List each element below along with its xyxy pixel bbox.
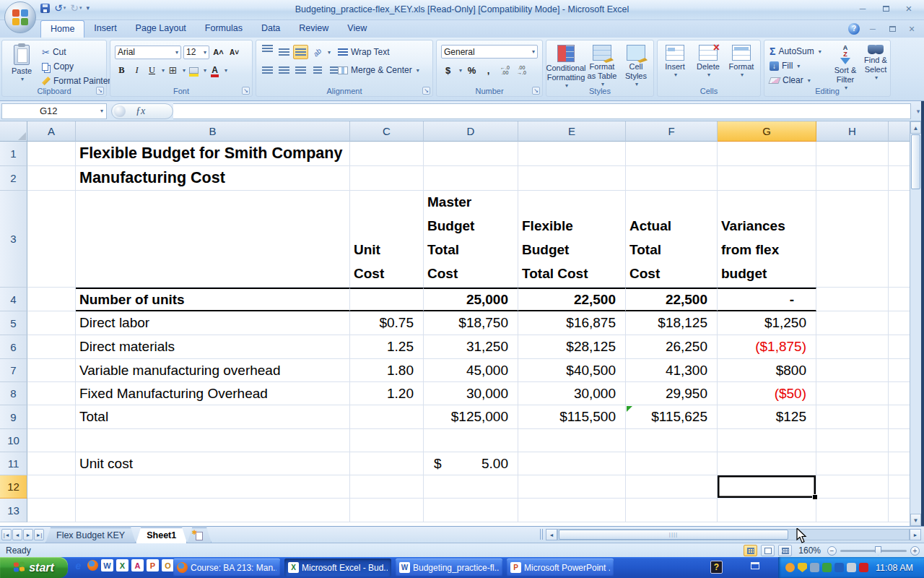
cell-A10[interactable] [27, 429, 76, 452]
sheet-tab-sheet1[interactable]: Sheet1 [136, 527, 187, 543]
cell-E5[interactable]: $16,875 [518, 311, 626, 335]
row-header-1[interactable]: 1 [0, 142, 27, 166]
row-header-3[interactable]: 3 [0, 191, 27, 288]
cell-E8[interactable]: 30,000 [518, 382, 626, 405]
insert-worksheet-button[interactable]: ✱ [187, 527, 212, 543]
orientation-button[interactable]: ab [310, 45, 325, 59]
tab-formulas[interactable]: Formulas [196, 20, 252, 38]
select-all-corner[interactable] [0, 121, 27, 142]
underline-button[interactable]: U [145, 63, 159, 77]
horizontal-scroll-thumb[interactable] [559, 530, 788, 540]
antivirus-icon[interactable] [822, 563, 832, 572]
cell-D10[interactable] [424, 429, 518, 452]
volume-icon[interactable] [847, 563, 856, 572]
cell-E3[interactable]: Flexible Budget Total Cost [518, 191, 626, 288]
active-cell-G12[interactable] [718, 475, 816, 499]
excel-icon[interactable]: X [116, 559, 128, 571]
cell-H1[interactable] [816, 142, 889, 166]
comma-format-button[interactable]: , [481, 63, 495, 77]
cell-C13[interactable] [350, 499, 424, 522]
cell-F10[interactable] [626, 429, 718, 452]
cell-E2[interactable] [518, 166, 626, 191]
row-header-4[interactable]: 4 [0, 288, 27, 311]
cell-B6[interactable]: Direct materials [76, 335, 350, 359]
taskbar-clock[interactable]: 11:08 AM [876, 563, 913, 573]
cell-E6[interactable]: $28,125 [518, 335, 626, 359]
increase-font-button[interactable] [212, 45, 225, 59]
clipboard-dialog-launcher[interactable]: ↘ [96, 87, 104, 95]
column-header-C[interactable]: C [350, 121, 424, 142]
cell-B12[interactable] [76, 475, 350, 499]
cell-B8[interactable]: Fixed Manufacturing Overhead [76, 382, 350, 405]
borders-button[interactable] [166, 63, 180, 77]
normal-view-button[interactable] [744, 545, 757, 556]
tab-insert[interactable]: Insert [84, 20, 126, 38]
alignment-dialog-launcher[interactable]: ↘ [422, 87, 430, 95]
cell-G6[interactable]: ($1,875) [718, 335, 816, 359]
cell-B10[interactable] [76, 429, 350, 452]
cell-D7[interactable]: 45,000 [424, 359, 518, 382]
cell-C5[interactable]: $0.75 [350, 311, 424, 335]
align-left-button[interactable] [260, 63, 275, 77]
cell-E11[interactable] [518, 452, 626, 475]
tab-split-handle[interactable] [540, 529, 544, 540]
cell-H11[interactable] [816, 452, 889, 475]
cell-A12[interactable] [27, 475, 76, 499]
cell-B5[interactable]: Direct labor [76, 311, 350, 335]
cell-H3[interactable] [816, 191, 889, 288]
italic-button[interactable]: I [130, 63, 144, 77]
zoom-out-button[interactable]: − [827, 546, 837, 556]
fill-button[interactable]: ↓Fill▾ [767, 59, 824, 73]
cell-E1[interactable] [518, 142, 626, 166]
cell-H9[interactable] [816, 405, 889, 429]
wrap-text-button[interactable]: Wrap Text [336, 45, 392, 59]
cell-E9[interactable]: $115,500 [518, 405, 626, 429]
cell-B13[interactable] [76, 499, 350, 522]
row-header-7[interactable]: 7 [0, 359, 27, 382]
cell-G9[interactable]: $125 [718, 405, 816, 429]
cell-A6[interactable] [27, 335, 76, 359]
cell-F6[interactable]: 26,250 [626, 335, 718, 359]
cell-B1[interactable]: Flexible Budget for Smith Company [76, 142, 350, 166]
taskbar-button-powerpoint[interactable]: PMicrosoft PowerPoint ... [507, 558, 614, 577]
cell-G3[interactable]: Variances from flex budget [718, 191, 816, 288]
cell-C11[interactable] [350, 452, 424, 475]
cell-F7[interactable]: 41,300 [626, 359, 718, 382]
tab-review[interactable]: Review [289, 20, 338, 38]
cell-F5[interactable]: $18,125 [626, 311, 718, 335]
cell-D3[interactable]: Master Budget Total Cost [424, 191, 518, 288]
currency-format-button[interactable]: $ [441, 63, 455, 77]
row-header-9[interactable]: 9 [0, 405, 27, 429]
cell-A3[interactable] [27, 191, 76, 288]
cell-C2[interactable] [350, 166, 424, 191]
help-button[interactable]: ? [848, 23, 860, 35]
cell-D1[interactable] [424, 142, 518, 166]
network-tool-icon[interactable] [810, 563, 819, 572]
row-header-10[interactable]: 10 [0, 429, 27, 452]
formula-input[interactable] [173, 103, 911, 119]
cell-B4[interactable]: Number of units [76, 288, 350, 311]
cell-D2[interactable] [424, 166, 518, 191]
start-button[interactable]: start [0, 557, 68, 578]
cell-D4[interactable]: 25,000 [424, 288, 518, 311]
horizontal-scrollbar[interactable]: ◄ ► [540, 528, 921, 540]
taskbar-button-word[interactable]: WBudgeting_practice-fl... [396, 558, 502, 577]
cell-F1[interactable] [626, 142, 718, 166]
vertical-scroll-thumb[interactable] [911, 134, 920, 189]
column-header-F[interactable]: F [626, 121, 718, 142]
cell-C3[interactable]: Unit Cost [350, 191, 424, 288]
cell-H5[interactable] [816, 311, 889, 335]
netware-icon[interactable] [859, 563, 868, 572]
row-header-13[interactable]: 13 [0, 499, 27, 522]
paste-button[interactable]: Paste ▾ [5, 45, 38, 83]
number-format-combo[interactable]: General▾ [441, 45, 538, 59]
cell-C7[interactable]: 1.80 [350, 359, 424, 382]
internet-explorer-icon[interactable]: e [72, 559, 84, 571]
workbook-restore-button[interactable] [886, 25, 899, 34]
cell-A4[interactable] [27, 288, 76, 311]
cell-styles-button[interactable]: Cell Styles▾ [620, 45, 652, 88]
cell-H10[interactable] [816, 429, 889, 452]
cell-F12[interactable] [626, 475, 718, 499]
cell-E13[interactable] [518, 499, 626, 522]
clear-button[interactable]: Clear▾ [767, 73, 824, 87]
